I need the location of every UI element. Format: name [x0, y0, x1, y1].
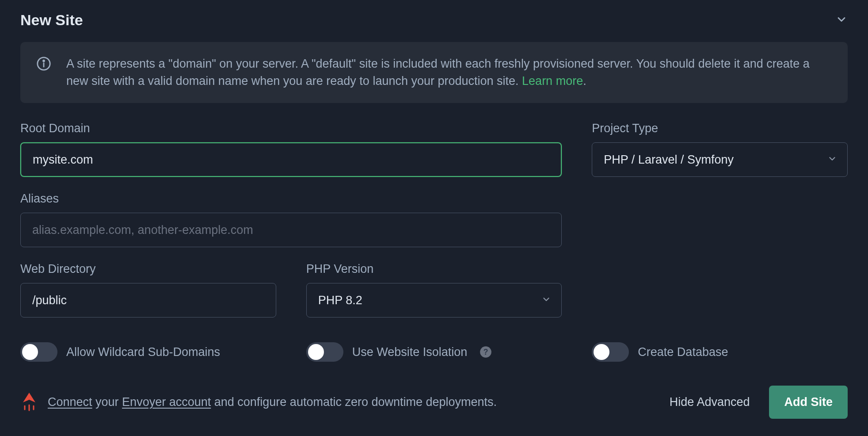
php-version-label: PHP Version [306, 262, 562, 276]
bottom-row: Connect your Envoyer account and configu… [20, 386, 848, 419]
project-type-field-group: Project Type PHP / Laravel / Symfony [592, 122, 848, 177]
info-text-period: . [583, 74, 586, 88]
wildcard-toggle-label: Allow Wildcard Sub-Domains [66, 345, 220, 359]
aliases-input[interactable] [20, 213, 562, 247]
database-toggle[interactable] [592, 342, 629, 362]
bottom-actions: Hide Advanced Add Site [670, 386, 848, 419]
isolation-toggle-label: Use Website Isolation [352, 345, 468, 359]
envoyer-prompt: Connect your Envoyer account and configu… [20, 392, 497, 413]
envoyer-icon [20, 392, 38, 413]
envoyer-mid1: your [92, 395, 122, 409]
new-site-panel: New Site A site represents a "domain" on… [0, 0, 868, 434]
info-text-body: A site represents a "domain" on your ser… [66, 57, 810, 88]
info-text: A site represents a "domain" on your ser… [66, 55, 832, 90]
dir-php-row: Web Directory PHP Version PHP 8.2 [20, 262, 562, 317]
spacer [592, 192, 848, 247]
database-toggle-group: Create Database [592, 342, 848, 362]
project-type-select[interactable]: PHP / Laravel / Symfony [592, 142, 848, 177]
php-version-value: PHP 8.2 [318, 294, 362, 307]
wildcard-toggle-group: Allow Wildcard Sub-Domains [20, 342, 276, 362]
svg-point-2 [43, 60, 45, 61]
isolation-toggle-group: Use Website Isolation ? [306, 342, 562, 362]
wildcard-toggle[interactable] [20, 342, 57, 362]
envoyer-mid2: and configure automatic zero downtime de… [211, 395, 497, 409]
hide-advanced-button[interactable]: Hide Advanced [670, 395, 750, 409]
toggles-row: Allow Wildcard Sub-Domains Use Website I… [20, 342, 848, 362]
info-banner: A site represents a "domain" on your ser… [20, 42, 848, 103]
aliases-field-group: Aliases [20, 192, 562, 247]
root-domain-input[interactable] [20, 142, 562, 177]
envoyer-text: Connect your Envoyer account and configu… [48, 395, 497, 409]
info-icon [36, 55, 51, 73]
svg-text:?: ? [483, 348, 488, 356]
envoyer-account-link[interactable]: Envoyer account [122, 395, 211, 409]
aliases-label: Aliases [20, 192, 562, 206]
project-type-label: Project Type [592, 122, 848, 135]
php-version-select[interactable]: PHP 8.2 [306, 283, 562, 317]
connect-link[interactable]: Connect [48, 395, 92, 409]
web-directory-label: Web Directory [20, 262, 276, 276]
web-directory-input[interactable] [20, 283, 276, 317]
project-type-value: PHP / Laravel / Symfony [604, 153, 734, 167]
root-domain-field-group: Root Domain [20, 122, 562, 177]
web-directory-field-group: Web Directory [20, 262, 276, 317]
isolation-toggle[interactable] [306, 342, 343, 362]
panel-header: New Site [20, 11, 848, 29]
help-icon[interactable]: ? [480, 346, 492, 358]
root-domain-label: Root Domain [20, 122, 562, 135]
form-area: Root Domain Project Type PHP / Laravel /… [20, 122, 848, 317]
learn-more-link[interactable]: Learn more [522, 74, 583, 88]
database-toggle-label: Create Database [638, 345, 728, 359]
php-version-field-group: PHP Version PHP 8.2 [306, 262, 562, 317]
add-site-button[interactable]: Add Site [769, 386, 848, 419]
page-title: New Site [20, 11, 83, 29]
collapse-chevron-icon[interactable] [835, 13, 848, 27]
